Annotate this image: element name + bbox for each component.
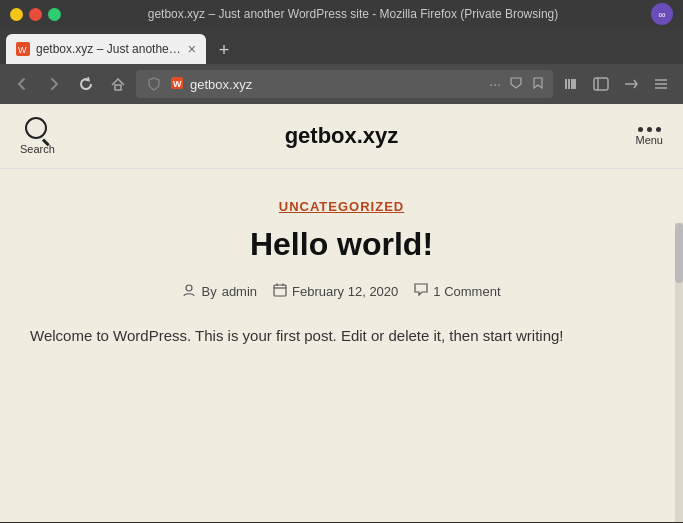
more-icon[interactable]: ···: [489, 76, 501, 92]
website-content: Search getbox.xyz Menu UNCATEGORIZED Hel…: [0, 104, 683, 522]
close-button[interactable]: [29, 8, 42, 21]
date-meta: February 12, 2020: [273, 283, 398, 300]
author-icon: [182, 283, 196, 300]
menu-dots-icon: [638, 127, 661, 132]
minimize-button[interactable]: [10, 8, 23, 21]
nav-right-icons: [557, 70, 675, 98]
window-controls[interactable]: [10, 8, 61, 21]
home-button[interactable]: [104, 70, 132, 98]
sidebar-button[interactable]: [587, 70, 615, 98]
author-name[interactable]: admin: [222, 284, 257, 299]
hamburger-button[interactable]: [647, 70, 675, 98]
site-header: Search getbox.xyz Menu: [0, 104, 683, 169]
new-tab-button[interactable]: +: [210, 36, 238, 64]
shield-icon: [144, 74, 164, 94]
post-date: February 12, 2020: [292, 284, 398, 299]
menu-label: Menu: [635, 134, 663, 146]
post-content: UNCATEGORIZED Hello world! By admin Febr…: [0, 169, 683, 368]
overflow-button[interactable]: [617, 70, 645, 98]
post-category[interactable]: UNCATEGORIZED: [20, 199, 663, 214]
tab-bar: W getbox.xyz – Just another W × +: [0, 28, 683, 64]
title-bar: getbox.xyz – Just another WordPress site…: [0, 0, 683, 28]
calendar-icon: [273, 283, 287, 300]
svg-point-13: [186, 285, 192, 291]
maximize-button[interactable]: [48, 8, 61, 21]
url-display: getbox.xyz: [190, 77, 483, 92]
active-tab[interactable]: W getbox.xyz – Just another W ×: [6, 34, 206, 64]
back-button[interactable]: [8, 70, 36, 98]
profile-icon: ∞: [658, 9, 665, 20]
window-title: getbox.xyz – Just another WordPress site…: [61, 7, 645, 21]
pocket-icon[interactable]: [509, 76, 523, 93]
post-meta: By admin February 12, 2020 1 Comment: [20, 283, 663, 300]
svg-rect-1: [115, 85, 121, 90]
search-icon: [25, 117, 47, 139]
author-meta: By admin: [182, 283, 257, 300]
svg-rect-4: [565, 79, 567, 89]
svg-rect-5: [568, 79, 570, 89]
address-bar[interactable]: W getbox.xyz ···: [136, 70, 553, 98]
search-button[interactable]: Search: [20, 117, 55, 155]
author-by: By: [201, 284, 216, 299]
svg-text:W: W: [173, 79, 182, 89]
menu-button[interactable]: Menu: [635, 127, 663, 146]
reload-button[interactable]: [72, 70, 100, 98]
post-body: Welcome to WordPress. This is your first…: [20, 324, 663, 348]
svg-text:W: W: [18, 45, 27, 54]
vertical-scrollbar[interactable]: [675, 223, 683, 522]
tab-favicon: W: [16, 42, 30, 56]
forward-button[interactable]: [40, 70, 68, 98]
comment-icon: [414, 283, 428, 300]
tab-title: getbox.xyz – Just another W: [36, 42, 182, 56]
library-button[interactable]: [557, 70, 585, 98]
tab-close-button[interactable]: ×: [188, 42, 196, 56]
svg-rect-6: [571, 79, 576, 89]
svg-rect-7: [594, 78, 608, 90]
navigation-bar: W getbox.xyz ···: [0, 64, 683, 104]
search-label: Search: [20, 143, 55, 155]
profile-button[interactable]: ∞: [651, 3, 673, 25]
bookmark-icon[interactable]: [531, 76, 545, 93]
scrollbar-thumb[interactable]: [675, 223, 683, 283]
address-bar-icons[interactable]: ···: [489, 76, 545, 93]
address-favicon-icon: W: [170, 76, 184, 92]
post-title: Hello world!: [20, 226, 663, 263]
comments-meta: 1 Comment: [414, 283, 500, 300]
site-title[interactable]: getbox.xyz: [285, 123, 399, 149]
comment-count[interactable]: 1 Comment: [433, 284, 500, 299]
svg-rect-14: [274, 285, 286, 296]
